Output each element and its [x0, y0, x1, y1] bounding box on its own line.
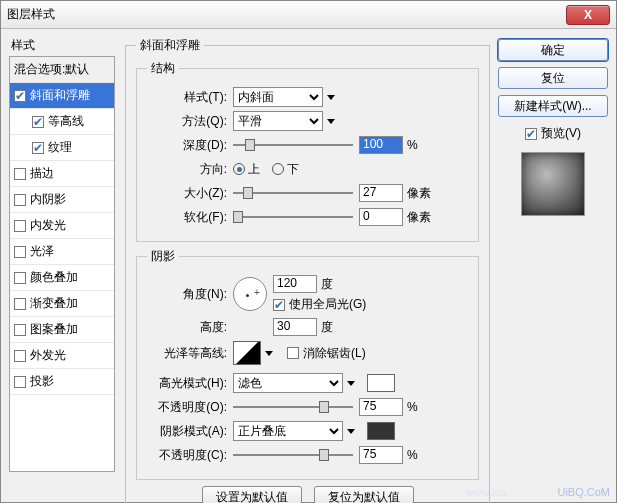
- shading-legend: 阴影: [147, 248, 179, 265]
- style-item-inner-glow[interactable]: 内发光: [10, 213, 114, 239]
- altitude-input[interactable]: 30: [273, 318, 317, 336]
- size-slider[interactable]: [233, 185, 353, 201]
- gloss-contour-picker[interactable]: [233, 341, 261, 365]
- direction-down-radio[interactable]: [272, 163, 284, 175]
- soften-input[interactable]: 0: [359, 208, 403, 226]
- shadow-opacity-slider[interactable]: [233, 447, 353, 463]
- angle-label: 角度(N):: [147, 286, 233, 303]
- style-item-label: 渐变叠加: [30, 295, 78, 312]
- depth-input[interactable]: 100: [359, 136, 403, 154]
- altitude-unit: 度: [321, 319, 333, 336]
- style-item-inner-shadow[interactable]: 内阴影: [10, 187, 114, 213]
- style-item-label: 描边: [30, 165, 54, 182]
- shadow-mode-combo[interactable]: 正片叠底: [233, 421, 343, 441]
- style-item-texture[interactable]: 纹理: [10, 135, 114, 161]
- style-item-label: 内发光: [30, 217, 66, 234]
- settings-column: 斜面和浮雕 结构 样式(T): 内斜面 方法(Q): 平滑 深度(D):: [115, 37, 498, 494]
- style-item-label: 颜色叠加: [30, 269, 78, 286]
- close-icon: X: [584, 8, 592, 22]
- shadow-opacity-label: 不透明度(C):: [147, 447, 233, 464]
- soften-unit: 像素: [407, 209, 431, 226]
- direction-label: 方向:: [147, 161, 233, 178]
- highlight-color-swatch[interactable]: [367, 374, 395, 392]
- style-item-drop-shadow[interactable]: 投影: [10, 369, 114, 395]
- checkbox-drop-shadow[interactable]: [14, 376, 26, 388]
- style-item-outer-glow[interactable]: 外发光: [10, 343, 114, 369]
- new-style-button[interactable]: 新建样式(W)...: [498, 95, 608, 117]
- shadow-mode-label: 阴影模式(A):: [147, 423, 233, 440]
- style-item-pattern-overlay[interactable]: 图案叠加: [10, 317, 114, 343]
- depth-slider[interactable]: [233, 137, 353, 153]
- style-item-color-overlay[interactable]: 颜色叠加: [10, 265, 114, 291]
- technique-label: 方法(Q):: [147, 113, 233, 130]
- titlebar: 图层样式 X: [1, 1, 616, 29]
- highlight-mode-label: 高光模式(H):: [147, 375, 233, 392]
- altitude-label: 高度:: [147, 319, 233, 336]
- shadow-color-swatch[interactable]: [367, 422, 395, 440]
- checkbox-satin[interactable]: [14, 246, 26, 258]
- chevron-down-icon: [343, 375, 359, 391]
- blend-options-item[interactable]: 混合选项:默认: [10, 57, 114, 83]
- style-item-label: 图案叠加: [30, 321, 78, 338]
- layer-style-dialog: 图层样式 X 样式 混合选项:默认 斜面和浮雕 等高线 纹理: [0, 0, 617, 503]
- close-button[interactable]: X: [566, 5, 610, 25]
- checkbox-color-overlay[interactable]: [14, 272, 26, 284]
- style-item-contour[interactable]: 等高线: [10, 109, 114, 135]
- checkbox-contour[interactable]: [32, 116, 44, 128]
- style-item-label: 斜面和浮雕: [30, 87, 90, 104]
- soften-slider[interactable]: [233, 209, 353, 225]
- ok-button[interactable]: 确定: [498, 39, 608, 61]
- checkbox-bevel[interactable]: [14, 90, 26, 102]
- right-column: 确定 复位 新建样式(W)... 预览(V): [498, 37, 608, 494]
- highlight-opacity-slider[interactable]: [233, 399, 353, 415]
- size-unit: 像素: [407, 185, 431, 202]
- styles-header: 样式: [9, 37, 115, 54]
- gloss-contour-label: 光泽等高线:: [147, 345, 233, 362]
- style-item-stroke[interactable]: 描边: [10, 161, 114, 187]
- technique-combo[interactable]: 平滑: [233, 111, 323, 131]
- structure-group: 结构 样式(T): 内斜面 方法(Q): 平滑 深度(D):: [136, 60, 479, 242]
- preview-label: 预览(V): [541, 125, 581, 142]
- structure-legend: 结构: [147, 60, 179, 77]
- checkbox-inner-glow[interactable]: [14, 220, 26, 232]
- shadow-opacity-input[interactable]: 75: [359, 446, 403, 464]
- reset-default-button[interactable]: 复位为默认值: [314, 486, 414, 503]
- style-item-satin[interactable]: 光泽: [10, 239, 114, 265]
- cancel-button[interactable]: 复位: [498, 67, 608, 89]
- chevron-down-icon[interactable]: [261, 345, 277, 361]
- highlight-opacity-input[interactable]: 75: [359, 398, 403, 416]
- style-item-label: 纹理: [48, 139, 72, 156]
- style-list: 混合选项:默认 斜面和浮雕 等高线 纹理 描边: [9, 56, 115, 472]
- style-combo[interactable]: 内斜面: [233, 87, 323, 107]
- size-input[interactable]: 27: [359, 184, 403, 202]
- angle-input[interactable]: 120: [273, 275, 317, 293]
- global-light-label: 使用全局光(G): [289, 296, 366, 313]
- direction-down-label: 下: [287, 161, 299, 178]
- bevel-panel: 斜面和浮雕 结构 样式(T): 内斜面 方法(Q): 平滑 深度(D):: [125, 37, 490, 503]
- highlight-mode-combo[interactable]: 滤色: [233, 373, 343, 393]
- make-default-button[interactable]: 设置为默认值: [202, 486, 302, 503]
- checkbox-gradient-overlay[interactable]: [14, 298, 26, 310]
- antialias-label: 消除锯齿(L): [303, 345, 366, 362]
- blend-options-label: 混合选项:默认: [14, 61, 89, 78]
- soften-label: 软化(F):: [147, 209, 233, 226]
- style-item-label: 内阴影: [30, 191, 66, 208]
- angle-dial[interactable]: +: [233, 277, 267, 311]
- style-item-label: 外发光: [30, 347, 66, 364]
- checkbox-texture[interactable]: [32, 142, 44, 154]
- direction-up-radio[interactable]: [233, 163, 245, 175]
- style-label: 样式(T):: [147, 89, 233, 106]
- antialias-checkbox[interactable]: [287, 347, 299, 359]
- preview-checkbox[interactable]: [525, 128, 537, 140]
- checkbox-inner-shadow[interactable]: [14, 194, 26, 206]
- style-item-bevel[interactable]: 斜面和浮雕: [10, 83, 114, 109]
- chevron-down-icon: [323, 89, 339, 105]
- style-item-label: 投影: [30, 373, 54, 390]
- preview-thumbnail: [521, 152, 585, 216]
- style-item-gradient-overlay[interactable]: 渐变叠加: [10, 291, 114, 317]
- checkbox-pattern-overlay[interactable]: [14, 324, 26, 336]
- checkbox-outer-glow[interactable]: [14, 350, 26, 362]
- angle-unit: 度: [321, 276, 333, 293]
- checkbox-stroke[interactable]: [14, 168, 26, 180]
- global-light-checkbox[interactable]: [273, 299, 285, 311]
